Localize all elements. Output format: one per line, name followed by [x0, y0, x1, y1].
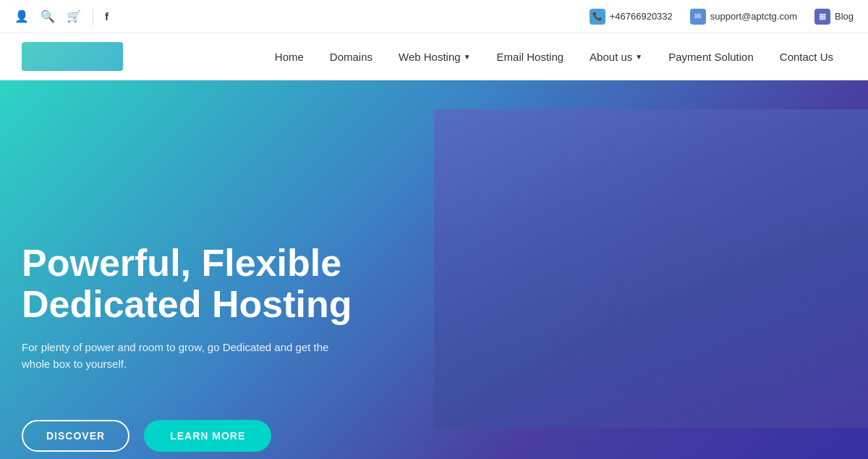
nav-home-label: Home	[275, 33, 304, 80]
blog-link[interactable]: ▦ Blog	[814, 9, 854, 25]
blog-icon: ▦	[814, 9, 830, 25]
hero-title-line2: Dedicated Hosting	[22, 283, 352, 325]
nav-web-hosting-label: Web Hosting	[399, 33, 461, 80]
web-hosting-chevron-icon: ▼	[464, 33, 471, 80]
top-bar: 👤 🔍 🛒 f 📞 +46766920332 ✉ support@aptctg.…	[0, 0, 868, 33]
phone-number: +46766920332	[610, 11, 673, 22]
nav-about[interactable]: About us ▼	[576, 33, 655, 80]
hero-buttons: DISCOVER LEARN MORE	[22, 420, 271, 452]
nav-web-hosting[interactable]: Web Hosting ▼	[386, 33, 484, 80]
user-icon[interactable]: 👤	[14, 9, 29, 23]
divider	[93, 8, 93, 25]
discover-button[interactable]: DISCOVER	[22, 420, 129, 452]
facebook-icon[interactable]: f	[105, 10, 109, 22]
email-icon: ✉	[690, 9, 706, 25]
hero-right-panel	[434, 109, 868, 428]
top-bar-right: 📞 +46766920332 ✉ support@aptctg.com ▦ Bl…	[590, 9, 854, 25]
nav-payment[interactable]: Payment Solution	[655, 33, 767, 80]
about-chevron-icon: ▼	[635, 33, 642, 80]
logo[interactable]	[22, 42, 123, 71]
hero-title-line1: Powerful, Flexible	[22, 242, 341, 284]
nav-payment-label: Payment Solution	[668, 33, 754, 80]
email-link[interactable]: ✉ support@aptctg.com	[690, 9, 797, 25]
nav-email-hosting[interactable]: Email Hosting	[484, 33, 577, 80]
nav-contact-label: Contact Us	[780, 33, 833, 80]
nav-home[interactable]: Home	[262, 33, 317, 80]
search-icon[interactable]: 🔍	[41, 9, 55, 23]
hero-subtitle: For plenty of power and room to grow, go…	[22, 340, 354, 372]
top-bar-left: 👤 🔍 🛒 f	[14, 8, 109, 25]
phone-link[interactable]: 📞 +46766920332	[590, 9, 673, 25]
cart-icon[interactable]: 🛒	[67, 9, 81, 23]
nav-email-hosting-label: Email Hosting	[497, 33, 564, 80]
nav-about-label: About us	[590, 33, 632, 80]
navbar: Home Domains Web Hosting ▼ Email Hosting…	[0, 33, 868, 80]
phone-icon: 📞	[590, 9, 605, 25]
hero-section: Powerful, Flexible Dedicated Hosting For…	[0, 80, 868, 459]
nav-domains[interactable]: Domains	[317, 33, 386, 80]
learn-more-button[interactable]: LEARN MORE	[144, 420, 271, 452]
hero-content: Powerful, Flexible Dedicated Hosting For…	[22, 243, 354, 401]
nav-contact[interactable]: Contact Us	[767, 33, 846, 80]
blog-label: Blog	[835, 11, 854, 22]
hero-title: Powerful, Flexible Dedicated Hosting	[22, 243, 354, 325]
nav-domains-label: Domains	[330, 33, 373, 80]
email-address: support@aptctg.com	[710, 11, 797, 22]
nav-links: Home Domains Web Hosting ▼ Email Hosting…	[152, 33, 846, 80]
